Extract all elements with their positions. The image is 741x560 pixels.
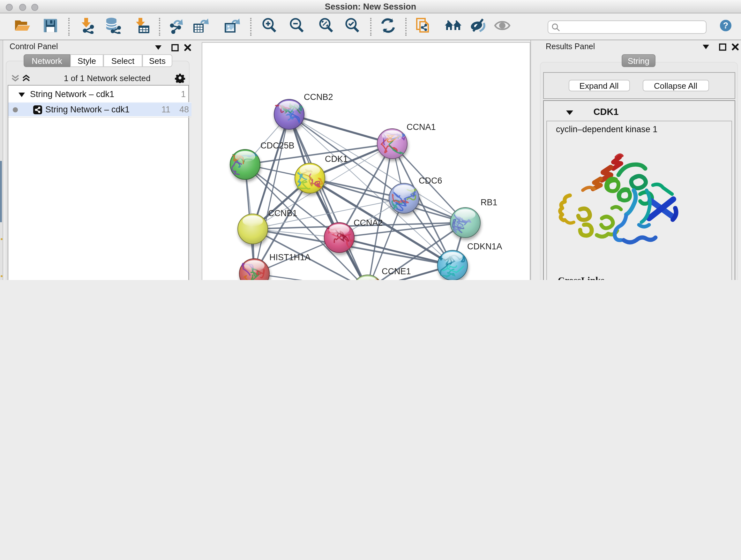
svg-text:CDKN1A: CDKN1A xyxy=(467,241,502,251)
svg-text:CDC6: CDC6 xyxy=(418,176,442,185)
svg-text:CDK1: CDK1 xyxy=(325,154,347,164)
svg-text:CCNA2: CCNA2 xyxy=(353,218,383,227)
svg-text:CCNA1: CCNA1 xyxy=(406,122,435,132)
svg-text:HIST1H1A: HIST1H1A xyxy=(269,252,310,262)
svg-text:CCNE1: CCNE1 xyxy=(381,266,411,276)
svg-text:CCNB1: CCNB1 xyxy=(268,208,297,218)
svg-text:CDC25B: CDC25B xyxy=(260,140,294,150)
svg-text:CCNB2: CCNB2 xyxy=(304,92,333,102)
svg-text:RB1: RB1 xyxy=(480,197,497,207)
svg-text:?: ? xyxy=(723,21,729,30)
